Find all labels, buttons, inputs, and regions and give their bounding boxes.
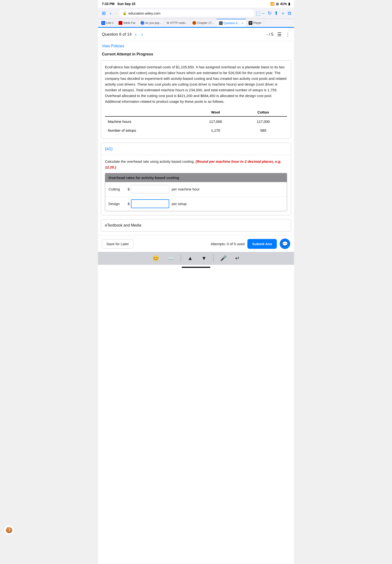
score-display: - / 5 — [266, 32, 273, 37]
tab-unit1[interactable]: 21 Unit 1 — [99, 19, 116, 27]
cutting-answer-row: Cutting $ per machine hour — [105, 182, 287, 196]
tab-ch17[interactable]: ⚙ Chapter 17... — [190, 19, 216, 27]
question-header-right: - / 5 ☰ ⋮ — [266, 31, 290, 37]
tab-google-icon: G — [140, 21, 144, 25]
keyboard-divider-2 — [213, 255, 213, 262]
address-bar[interactable]: 🔒 education.wiley.com — [120, 10, 254, 17]
view-policies-section: View Policies — [98, 41, 294, 49]
tab-q6-close[interactable]: ✕ — [241, 22, 244, 25]
tab-unit1-label: Unit 1 — [106, 21, 113, 25]
design-unit: per setup — [172, 202, 187, 206]
design-input[interactable] — [131, 199, 169, 208]
status-time: 7:33 PM — [102, 2, 114, 6]
status-date: Sun Sep 15 — [117, 2, 135, 6]
tab-player-icon: W — [249, 21, 252, 25]
table-cell-wool-1: 117,000 — [192, 116, 239, 126]
view-policies-link[interactable]: View Policies — [102, 44, 124, 48]
bottom-bar: Save for Later Attempts: 0 of 5 used Sub… — [98, 235, 294, 252]
table-cell-wool-2: 1,170 — [192, 126, 239, 135]
reload-button[interactable]: ↻ — [268, 10, 272, 16]
reader-button[interactable]: ⬚→ — [256, 10, 265, 16]
keyboard-divider — [181, 255, 181, 262]
return-button[interactable]: ↵ — [233, 254, 241, 262]
forward-button[interactable]: › — [114, 10, 118, 16]
question-header: Question 6 of 14 ‹ › - / 5 ☰ ⋮ — [98, 28, 294, 41]
location-icon: ◎ — [276, 2, 279, 6]
design-answer-row: Design $ per setup — [105, 196, 287, 211]
tab-q6-icon: ✕ — [219, 21, 223, 25]
new-tab-button[interactable]: ＋ — [281, 10, 285, 16]
problem-text: EcoFabrics has budgeted overhead costs o… — [105, 64, 287, 104]
cutting-input[interactable] — [131, 185, 169, 193]
list-icon-button[interactable]: ☰ — [277, 31, 281, 37]
main-content: Question 6 of 14 ‹ › - / 5 ☰ ⋮ View Poli… — [98, 28, 294, 564]
tab-ch17-label: Chapter 17... — [197, 21, 214, 25]
home-indicator — [98, 265, 294, 269]
design-dollar: $ — [128, 202, 129, 206]
answer-table-header: Overhead rates for activity-based costin… — [105, 173, 287, 182]
table-cell-label-1: Machine hours — [105, 116, 192, 126]
data-table: Wool Cotton Machine hours 117,000 117,00… — [105, 108, 287, 135]
cutting-dollar: $ — [128, 187, 129, 191]
current-attempt-section: Current Attempt in Progress — [98, 49, 294, 58]
tab-unit1-icon: 21 — [101, 21, 105, 25]
tab-wiki-icon: W — [167, 21, 169, 25]
tab-bar: 21 Unit 1 Wells Far G do you pay... W HT… — [98, 19, 294, 28]
tab-ch17-icon: ⚙ — [192, 21, 196, 25]
question-title: Question 6 of 14 — [102, 32, 132, 37]
chat-button[interactable]: 💬 — [280, 238, 290, 249]
part-instruction-text: Calculate the overhead rate using activi… — [105, 159, 195, 164]
part-content: Calculate the overhead rate using activi… — [101, 155, 291, 215]
etextbook-label: eTextbook and Media — [105, 223, 141, 227]
cutting-label: Cutting — [109, 187, 128, 191]
problem-card: EcoFabrics has budgeted overhead costs o… — [101, 60, 291, 139]
share-button[interactable]: ⬆︎ — [274, 10, 278, 16]
keyboard-button[interactable]: ⌨️ — [166, 254, 176, 262]
tab-wellsfar-icon — [119, 21, 122, 25]
tab-wellsfar[interactable]: Wells Far — [116, 19, 138, 27]
table-row: Machine hours 117,000 117,000 — [105, 116, 287, 126]
tab-player[interactable]: W Player — [246, 19, 264, 27]
submit-button[interactable]: Submit Ans — [247, 239, 277, 249]
arrow-up-button[interactable]: ▲ — [186, 254, 195, 262]
question-nav: Question 6 of 14 ‹ › — [102, 31, 144, 38]
browser-chrome: ⊞ ‹ › 🔒 education.wiley.com ⬚→ ↻ ⬆︎ ＋ ⧉ — [98, 8, 294, 19]
tab-q6[interactable]: ✕ Question 6... ✕ — [217, 19, 246, 27]
attempts-text: Attempts: 0 of 5 used — [210, 242, 245, 246]
more-options-button[interactable]: ⋮ — [285, 31, 290, 37]
wifi-icon: 📶 — [270, 2, 274, 6]
home-bar — [182, 267, 210, 268]
tab-google[interactable]: G do you pay... — [138, 19, 164, 27]
arrow-down-button[interactable]: ▼ — [200, 254, 209, 262]
emoji-keyboard-button[interactable]: 😊 — [151, 254, 161, 262]
url-text: education.wiley.com — [128, 11, 160, 15]
battery-level: 41% — [280, 2, 287, 6]
tab-wellsfar-label: Wells Far — [123, 21, 135, 25]
tab-wiki[interactable]: W HTTP cooki... — [164, 19, 190, 27]
sidebar-toggle-button[interactable]: ⊞ — [101, 10, 107, 16]
table-header-wool: Wool — [192, 108, 239, 116]
keyboard-toolbar: 😊 ⌨️ ▲ ▼ 🎤 ↵ — [98, 252, 294, 265]
part-section: (a1) Calculate the overhead rate using a… — [101, 143, 291, 215]
tab-google-label: do you pay... — [145, 21, 162, 25]
tabs-button[interactable]: ⧉ — [288, 11, 291, 16]
etextbook-section[interactable]: eTextbook and Media — [101, 219, 291, 232]
back-button[interactable]: ‹ — [109, 10, 112, 16]
table-cell-cotton-2: 585 — [239, 126, 287, 135]
next-question-button[interactable]: › — [140, 31, 144, 38]
table-cell-label-2: Number of setups — [105, 126, 192, 135]
lock-icon: 🔒 — [122, 11, 127, 15]
part-instruction: Calculate the overhead rate using activi… — [105, 159, 287, 170]
prev-question-button[interactable]: ‹ — [134, 31, 138, 38]
table-header-empty — [105, 108, 192, 116]
microphone-button[interactable]: 🎤 — [218, 254, 228, 262]
tab-q6-label: Question 6... — [224, 22, 240, 25]
bottom-right: Attempts: 0 of 5 used Submit Ans 💬 — [210, 238, 290, 249]
save-later-button[interactable]: Save for Later — [102, 239, 133, 248]
battery-icon: ▮ — [288, 2, 290, 6]
table-cell-cotton-1: 117,000 — [239, 116, 287, 126]
part-label: (a1) — [101, 143, 291, 155]
table-row: Number of setups 1,170 585 — [105, 126, 287, 135]
current-attempt-label: Current Attempt in Progress — [102, 52, 153, 56]
design-label: Design — [109, 202, 128, 206]
